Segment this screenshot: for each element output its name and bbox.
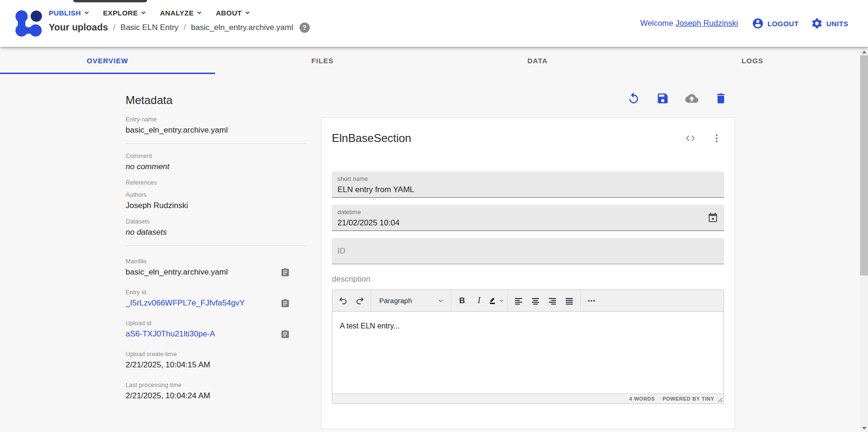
authors-field: Authors Joseph Rudzinski [126,191,307,212]
tab-overview[interactable]: OVERVIEW [0,47,215,74]
gear-icon [811,17,823,30]
references-field: References [126,179,307,187]
vertical-scrollbar [860,47,868,432]
editor-redo-button[interactable] [352,292,368,309]
datetime-value: 21/02/2025 10:04 [337,217,718,229]
bold-icon: B [459,296,465,305]
tab-files[interactable]: FILES [215,47,430,74]
copy-upload-id-button[interactable] [280,329,290,339]
scroll-up-button[interactable] [860,48,868,56]
bold-button[interactable]: B [454,292,471,309]
entry-id-value[interactable]: _I5rLzv066WFPL7e_FJfvfa54gvY [126,297,307,309]
id-input[interactable]: ID [332,238,724,264]
short-name-value: ELN entry from YAML [337,184,718,196]
text-color-button[interactable] [487,296,505,306]
clipboard-icon [280,329,290,339]
italic-button[interactable]: I [471,292,487,309]
welcome-text: Welcome Joseph Rudzinski [640,19,738,28]
chevron-down-icon [82,8,91,17]
screen-artifact-bar [73,0,147,2]
copy-entry-id-button[interactable] [280,298,290,308]
section-card-header: ElnBaseSection [332,131,724,146]
short-name-input[interactable]: short name ELN entry from YAML [332,171,724,198]
entry-name-value: basic_eln_entry.archive.yaml [126,124,307,136]
chevron-down-icon [498,297,505,305]
authors-value: Joseph Rudzinski [126,199,307,212]
save-button[interactable] [656,92,669,105]
chevron-down-icon [139,8,148,17]
datasets-label: Datasets [126,217,307,226]
breadcrumb-entry-file: basic_eln_entry.archive.yaml [191,23,293,32]
datetime-label: datetime [337,209,718,216]
mainfile-field: Mainfile basic_eln_entry.archive.yaml [126,257,307,278]
redo-icon [355,296,365,306]
mainfile-value: basic_eln_entry.archive.yaml [126,266,307,278]
reload-button[interactable] [627,92,640,105]
account-circle-icon [752,17,764,30]
scrollbar-thumb[interactable] [860,55,868,276]
code-view-button[interactable] [685,133,696,144]
kebab-menu-icon [711,133,722,144]
breadcrumb-your-uploads[interactable]: Your uploads [49,22,108,33]
authors-label: Authors [126,191,307,199]
resize-handle[interactable] [718,397,723,402]
entry-name-label: Entry name [126,115,307,124]
align-justify-button[interactable] [561,292,578,309]
menu-about[interactable]: ABOUT [216,8,251,17]
tiny-branding[interactable]: POWERED BY TINY [662,396,714,402]
header-actions: Welcome Joseph Rudzinski LOGOUT UNITS [640,0,848,47]
entry-tabs: OVERVIEW FILES DATA LOGS [0,47,860,74]
clipboard-icon [280,298,290,308]
ellipsis-icon [586,296,597,306]
calendar-icon [707,212,718,223]
comment-field: Comment no comment [126,152,307,173]
italic-icon: I [478,296,480,305]
upload-button[interactable] [685,92,698,105]
units-label: UNITS [826,20,848,28]
menu-explore[interactable]: EXPLORE [103,8,148,17]
menu-analyze[interactable]: ANALYZE [160,8,203,17]
delete-button[interactable] [714,92,727,105]
copy-mainfile-button[interactable] [280,268,290,277]
eln-section-card: ElnBaseSection short name ELN entry from… [321,117,735,429]
entry-name-field: Entry name basic_eln_entry.archive.yaml [126,115,307,136]
logout-button[interactable]: LOGOUT [752,17,799,30]
triangle-up-icon [862,51,867,53]
editor-undo-button[interactable] [335,292,352,309]
tab-logs[interactable]: LOGS [645,47,860,74]
breadcrumb: Your uploads / Basic ELN Entry / basic_e… [49,22,310,33]
help-icon[interactable]: ? [299,22,310,33]
section-menu-button[interactable] [711,133,722,144]
menu-publish[interactable]: PUBLISH [49,8,91,17]
last-processing-time-field: Last processing time 2/21/2025, 10:04:24… [126,381,307,402]
entry-id-label: Entry id [126,288,307,297]
breadcrumb-upload-name[interactable]: Basic ELN Entry [120,23,179,32]
description-label: description [332,274,724,285]
paragraph-style-select[interactable]: Paragraph [374,297,449,305]
word-count: 4 WORDS [629,396,655,402]
divider [126,246,307,246]
paragraph-style-value: Paragraph [379,297,412,305]
align-right-button[interactable] [544,292,561,309]
cloud-upload-icon [685,92,698,105]
upload-id-value[interactable]: aS6-TXJ0Thu21lti30pe-A [126,328,307,340]
entry-id-field: Entry id _I5rLzv066WFPL7e_FJfvfa54gvY [126,288,307,309]
nomad-logo[interactable] [14,10,43,37]
align-center-button[interactable] [527,292,544,309]
tab-data[interactable]: DATA [430,47,645,74]
menu-about-label: ABOUT [216,9,241,17]
description-editable-area[interactable]: A test ELN entry... [332,312,724,394]
units-button[interactable]: UNITS [811,17,848,30]
triangle-down-icon [862,427,867,430]
app-header: PUBLISH EXPLORE ANALYZE ABOUT Your uploa… [0,0,868,47]
align-left-icon [514,296,524,306]
scroll-down-button[interactable] [860,424,868,432]
user-name-link[interactable]: Joseph Rudzinski [675,19,738,28]
rich-text-editor: Paragraph B I [332,290,724,404]
datetime-input[interactable]: datetime 21/02/2025 10:04 [332,205,724,231]
more-toolbar-button[interactable] [583,292,600,309]
section-title: ElnBaseSection [332,131,411,146]
align-left-button[interactable] [510,292,527,309]
datepicker-button[interactable] [707,212,718,223]
short-name-label: short name [337,175,718,183]
